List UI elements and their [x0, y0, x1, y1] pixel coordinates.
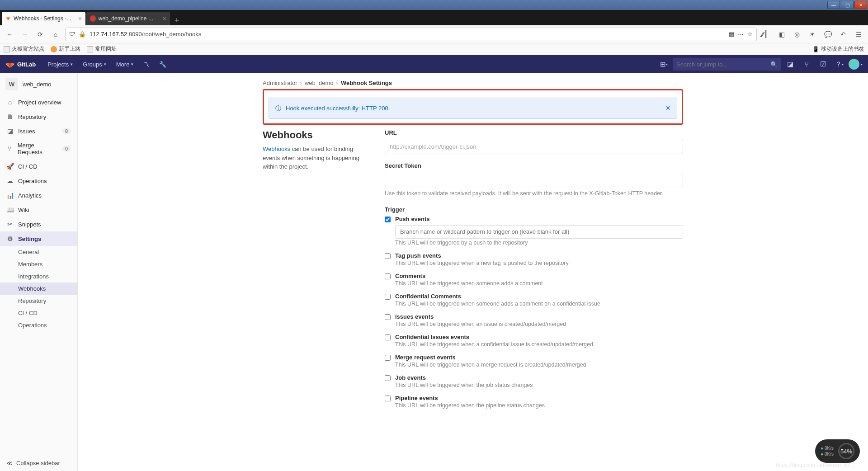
content-area: Administrator › web_demo › Webhook Setti… — [78, 73, 868, 471]
nav-activity-icon[interactable]: 〽 — [139, 58, 154, 71]
gitlab-favicon-icon — [5, 15, 11, 22]
qr-icon[interactable]: ▦ — [729, 31, 734, 38]
sidebar-sub-general[interactable]: General — [0, 246, 77, 258]
sidebar-item-project-overview[interactable]: ⌂Project overview — [0, 95, 77, 109]
trigger-description: This URL will be triggered by a push to … — [395, 240, 683, 246]
gitlab-logo[interactable]: GitLab — [5, 60, 36, 69]
account-icon[interactable]: ◎ — [791, 28, 803, 40]
help-dropdown-icon[interactable]: ？▾ — [832, 57, 846, 71]
menu-icon[interactable]: ☰ — [853, 28, 864, 40]
breadcrumb: Administrator › web_demo › Webhook Setti… — [263, 80, 683, 86]
chevron-down-icon: ▾ — [71, 62, 73, 66]
folder-icon — [87, 46, 93, 52]
forward-button[interactable]: → — [19, 28, 31, 40]
file-icon: 🗎 — [6, 113, 14, 120]
sidebar-item-analytics[interactable]: 📊Analytics — [0, 188, 77, 203]
mobile-bookmarks[interactable]: 📱移动设备上的书签 — [812, 45, 864, 53]
sidebar-sub-operations[interactable]: Operations — [0, 319, 77, 331]
trigger-checkbox[interactable] — [385, 375, 391, 381]
bookmark-item[interactable]: 常用网址 — [87, 45, 117, 53]
project-name: web_demo — [23, 81, 52, 88]
new-tab-button[interactable]: + — [171, 16, 183, 25]
project-badge[interactable]: W web_demo — [0, 73, 77, 95]
sidebar-item-label: Wiki — [18, 207, 29, 213]
trigger-checkbox[interactable] — [385, 217, 391, 222]
sidebar-sub-integrations[interactable]: Integrations — [0, 270, 77, 283]
reload-button[interactable]: ⟳ — [34, 28, 46, 40]
nav-more[interactable]: More▾ — [112, 58, 138, 71]
folder-icon — [4, 46, 10, 52]
header-search[interactable]: 🔍 — [673, 58, 781, 71]
bookmark-item[interactable]: 新手上路 — [51, 45, 80, 53]
trigger-checkbox[interactable] — [385, 294, 391, 300]
nav-wrench-icon[interactable]: 🔧 — [155, 58, 171, 71]
trigger-confidential-issues-events: Confidential Issues eventsThis URL will … — [385, 334, 683, 348]
user-avatar[interactable]: ▾ — [848, 57, 863, 71]
sidebar-item-operations[interactable]: ☁Operations — [0, 174, 77, 188]
page-actions-icon[interactable]: ⋯ — [738, 31, 744, 38]
browser-tab[interactable]: web_demo_pipeline Config × — [86, 12, 170, 25]
sidebar-item-wiki[interactable]: 📖Wiki — [0, 203, 77, 217]
trigger-comments: CommentsThis URL will be triggered when … — [385, 273, 683, 287]
sidebar-item-label: Operations — [18, 178, 47, 184]
url-input[interactable] — [385, 139, 683, 154]
undo-icon[interactable]: ↶ — [837, 28, 849, 40]
sidebar-item-settings[interactable]: ⚙Settings — [0, 231, 77, 246]
trigger-checkbox[interactable] — [385, 396, 391, 401]
collapse-sidebar-button[interactable]: ≪ Collapse sidebar — [0, 455, 77, 471]
trigger-checkbox[interactable] — [385, 355, 391, 361]
sidebar-item-label: Analytics — [18, 192, 42, 199]
trigger-title: Job events — [395, 374, 683, 381]
alert-close-button[interactable]: × — [665, 104, 670, 113]
breadcrumb-project[interactable]: web_demo — [305, 80, 334, 86]
merge-icon: ⑂ — [6, 145, 13, 152]
search-input[interactable] — [676, 61, 770, 68]
tab-close-icon[interactable]: × — [78, 15, 82, 22]
webhooks-doc-link[interactable]: Webhooks — [263, 146, 290, 152]
bookmark-star-icon[interactable]: ☆ — [747, 31, 753, 38]
browser-tab-active[interactable]: Webhooks · Settings · Admin × — [2, 12, 85, 25]
gitlab-nav: Projects▾ Groups▾ More▾ 〽 🔧 — [43, 58, 171, 71]
window-maximize-button[interactable]: ▢ — [841, 1, 854, 9]
library-icon[interactable]: ⃫⃫⃫║ — [760, 28, 772, 40]
trigger-checkbox[interactable] — [385, 253, 391, 259]
window-minimize-button[interactable]: — — [827, 1, 840, 9]
sidebar-item-repository[interactable]: 🗎Repository — [0, 109, 77, 124]
sidebar-sub-repository[interactable]: Repository — [0, 295, 77, 307]
sidebar-sub-ci-cd[interactable]: CI / CD — [0, 307, 77, 319]
trigger-description: This URL will be triggered when someone … — [395, 301, 683, 307]
nav-groups[interactable]: Groups▾ — [78, 58, 111, 71]
sidebar-item-ci-cd[interactable]: 🚀CI / CD — [0, 159, 77, 174]
token-input[interactable] — [385, 172, 683, 187]
window-close-button[interactable]: ✕ — [854, 1, 867, 9]
merge-requests-shortcut-icon[interactable]: ⑂ — [799, 57, 814, 71]
todos-shortcut-icon[interactable]: ☑ — [816, 57, 830, 71]
sidebar-item-issues[interactable]: ◪Issues0 — [0, 124, 77, 138]
back-button[interactable]: ← — [4, 28, 15, 40]
chat-icon[interactable]: 💬 — [822, 28, 834, 40]
sidebar-item-snippets[interactable]: ✂Snippets — [0, 217, 77, 231]
extension-icon[interactable]: ✶ — [807, 28, 818, 40]
plus-dropdown-button[interactable]: ⊞ ▾ — [656, 57, 671, 71]
mobile-icon: 📱 — [812, 46, 819, 52]
window-titlebar: — ▢ ✕ — [0, 0, 868, 10]
breadcrumb-root[interactable]: Administrator — [263, 80, 297, 86]
cloud-icon: ☁ — [6, 177, 14, 184]
issues-shortcut-icon[interactable]: ◪ — [783, 57, 797, 71]
trigger-checkbox[interactable] — [385, 273, 391, 279]
trigger-checkbox[interactable] — [385, 314, 391, 320]
address-bar[interactable]: 🛡 🔒 112.74.167.52:8090/root/web_demo/hoo… — [65, 28, 757, 41]
nav-projects[interactable]: Projects▾ — [43, 58, 77, 71]
bookmark-item[interactable]: 火狐官方站点 — [4, 45, 44, 53]
trigger-title: Confidential Issues events — [395, 334, 683, 340]
home-button[interactable]: ⌂ — [50, 28, 61, 40]
trigger-checkbox[interactable] — [385, 334, 391, 340]
sidebar-toggle-icon[interactable]: ◧ — [776, 28, 788, 40]
sidebar-sub-webhooks[interactable]: Webhooks — [0, 283, 77, 295]
branch-pattern-input[interactable] — [395, 225, 683, 239]
trigger-title: Push events — [395, 216, 683, 222]
sidebar-item-merge-requests[interactable]: ⑂Merge Requests0 — [0, 138, 77, 159]
sidebar-sub-members[interactable]: Members — [0, 258, 77, 270]
home-icon: ⌂ — [6, 99, 14, 106]
tab-close-icon[interactable]: × — [163, 15, 166, 22]
